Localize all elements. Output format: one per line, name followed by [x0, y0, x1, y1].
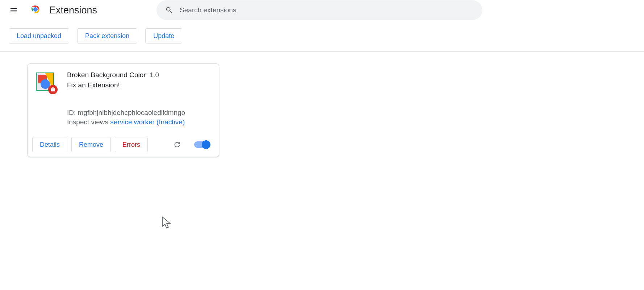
search-input[interactable] [180, 6, 474, 14]
errors-button[interactable]: Errors [115, 137, 148, 152]
service-worker-link[interactable]: service worker (Inactive) [110, 118, 185, 126]
search-box[interactable] [156, 0, 482, 20]
extensions-list: Broken Background Color 1.0 Fix an Exten… [0, 52, 644, 157]
extension-name: Broken Background Color [67, 71, 146, 79]
cursor-icon [161, 216, 172, 230]
reload-button[interactable] [170, 137, 184, 152]
app-header: Extensions [0, 0, 644, 20]
extension-description: Fix an Extension! [67, 81, 212, 89]
extension-id: ID: mgfbhjnibhjdehcphiocaoiediidmngo [67, 109, 212, 117]
page-title: Extensions [49, 5, 97, 16]
hamburger-icon [9, 6, 18, 14]
enable-toggle[interactable] [194, 141, 209, 148]
extension-card: Broken Background Color 1.0 Fix an Exten… [28, 63, 219, 157]
search-icon [165, 6, 173, 14]
unpacked-badge-icon [48, 85, 58, 94]
main-menu-button[interactable] [5, 1, 22, 19]
chrome-logo-icon[interactable] [30, 4, 41, 17]
load-unpacked-button[interactable]: Load unpacked [9, 28, 69, 44]
remove-button[interactable]: Remove [71, 137, 111, 152]
update-button[interactable]: Update [145, 28, 182, 44]
extension-icon [36, 72, 54, 91]
reload-icon [173, 141, 181, 149]
inspect-views: Inspect views service worker (Inactive) [67, 118, 212, 126]
dev-toolbar: Load unpacked Pack extension Update [0, 20, 644, 52]
svg-point-2 [34, 8, 37, 11]
extension-version: 1.0 [150, 71, 159, 79]
pack-extension-button[interactable]: Pack extension [77, 28, 137, 44]
details-button[interactable]: Details [32, 137, 67, 152]
